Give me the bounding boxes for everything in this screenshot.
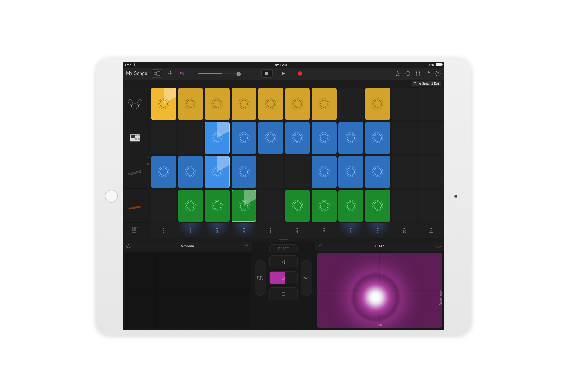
lock-icon[interactable] xyxy=(318,244,323,249)
column-trigger-5[interactable]: 5 xyxy=(257,223,284,238)
track-header-drums[interactable] xyxy=(123,87,147,121)
gate-button[interactable] xyxy=(255,260,266,296)
column-trigger-3[interactable]: 3 xyxy=(204,223,231,238)
loop-cell[interactable] xyxy=(392,156,417,188)
svg-rect-30 xyxy=(138,139,139,140)
column-trigger-8[interactable]: 8 xyxy=(338,223,364,238)
stop-fx-button[interactable] xyxy=(269,287,298,300)
column-trigger-7[interactable]: 7 xyxy=(311,223,338,238)
loop-cell[interactable] xyxy=(178,122,203,154)
mic-button[interactable] xyxy=(165,69,174,78)
loop-cell[interactable] xyxy=(258,156,283,188)
loop-cell[interactable] xyxy=(151,88,176,120)
reset-button[interactable]: RESET xyxy=(269,244,298,253)
loop-cell[interactable] xyxy=(232,88,257,120)
loop-cell[interactable] xyxy=(312,156,337,188)
loop-cell[interactable] xyxy=(285,156,310,188)
microphone-icon xyxy=(168,71,172,76)
loop-cell[interactable] xyxy=(365,156,390,188)
scratch-button[interactable] xyxy=(269,271,298,284)
track-header-keys[interactable] xyxy=(123,155,147,189)
loop-cell[interactable] xyxy=(312,88,337,120)
loop-cell[interactable] xyxy=(418,156,444,188)
fx-right-title: Filter xyxy=(375,244,384,248)
svg-point-44 xyxy=(294,100,301,107)
cycle-icon[interactable] xyxy=(436,244,441,249)
settings-button[interactable] xyxy=(425,70,431,76)
fx-left-pad: Wobble xyxy=(123,242,252,330)
column-trigger-6[interactable]: 6 xyxy=(284,223,311,238)
column-trigger-10[interactable]: 10 xyxy=(391,223,418,238)
loop-cell[interactable] xyxy=(258,122,283,154)
loop-cell[interactable] xyxy=(285,190,310,222)
loop-cell[interactable] xyxy=(338,122,364,154)
browser-button[interactable] xyxy=(152,69,162,78)
loop-cell[interactable] xyxy=(232,156,257,188)
loop-cell[interactable] xyxy=(178,88,203,120)
column-trigger-11[interactable]: 11 xyxy=(418,223,444,238)
loop-cell[interactable] xyxy=(392,122,417,154)
loop-cell[interactable] xyxy=(151,190,176,222)
loop-cell[interactable] xyxy=(205,190,230,222)
loop-cell[interactable] xyxy=(338,190,364,222)
loop-cell[interactable] xyxy=(205,122,230,154)
my-songs-button[interactable]: My Songs xyxy=(126,71,147,76)
track-header-synth[interactable] xyxy=(123,189,147,223)
loop-cell[interactable] xyxy=(418,88,444,120)
filter-xy-pad[interactable]: Cutoff Resonance xyxy=(317,253,442,328)
help-button[interactable]: ? xyxy=(435,70,441,76)
mixer-button[interactable] xyxy=(415,70,421,76)
loop-cell[interactable] xyxy=(232,190,257,222)
column-trigger-1[interactable]: 1 xyxy=(150,223,177,238)
column-trigger-2[interactable]: 2 xyxy=(177,223,204,238)
play-icon xyxy=(282,71,285,76)
track-header-sampler[interactable] xyxy=(123,121,147,155)
loop-cell[interactable] xyxy=(418,190,444,222)
metronome-button[interactable] xyxy=(395,70,401,76)
play-button[interactable] xyxy=(278,69,289,78)
fx-button[interactable]: FX xyxy=(177,69,186,78)
loop-cell[interactable] xyxy=(258,88,283,120)
fx-drag-handle[interactable] xyxy=(123,238,444,242)
loop-cell[interactable] xyxy=(418,122,444,154)
transport-controls xyxy=(261,69,306,78)
loop-cell[interactable] xyxy=(151,122,176,154)
loop-cell[interactable] xyxy=(338,88,364,120)
loop-cell[interactable] xyxy=(392,190,417,222)
loop-cell[interactable] xyxy=(178,190,203,222)
loop-cell[interactable] xyxy=(338,156,364,188)
loop-cell[interactable] xyxy=(312,122,337,154)
loop-cell[interactable] xyxy=(392,88,417,120)
loop-cell[interactable] xyxy=(285,88,310,120)
loop-cell[interactable] xyxy=(258,190,283,222)
loop-cell[interactable] xyxy=(151,156,176,188)
lock-icon[interactable] xyxy=(244,244,249,249)
sine-button[interactable] xyxy=(301,260,312,296)
loop-cell[interactable] xyxy=(178,156,203,188)
loop-cell[interactable] xyxy=(365,122,390,154)
column-trigger-9[interactable]: 9 xyxy=(364,223,391,238)
column-trigger-4[interactable]: 4 xyxy=(231,223,258,238)
loop-cell[interactable] xyxy=(365,88,390,120)
loop-cell[interactable] xyxy=(205,156,230,188)
loop-button[interactable] xyxy=(405,70,411,76)
loop-cell[interactable] xyxy=(312,190,337,222)
reverse-button[interactable] xyxy=(269,255,298,268)
svg-point-4 xyxy=(416,72,417,73)
record-button[interactable] xyxy=(294,69,306,78)
grid-resize-handle[interactable] xyxy=(147,87,150,238)
loop-cell[interactable] xyxy=(205,88,230,120)
stop-button[interactable] xyxy=(261,69,273,78)
wobble-xy-pad[interactable] xyxy=(125,253,250,328)
svg-rect-18 xyxy=(138,135,139,136)
cycle-icon[interactable] xyxy=(126,244,131,249)
loop-cell[interactable] xyxy=(365,190,390,222)
svg-rect-28 xyxy=(135,139,136,140)
timesnap-chip[interactable]: Time Snap: 1 Bar xyxy=(412,81,441,86)
home-button[interactable] xyxy=(105,190,118,203)
edit-grid-button[interactable] xyxy=(123,223,147,238)
loop-cell[interactable] xyxy=(232,122,257,154)
loop-cell[interactable] xyxy=(285,122,310,154)
volume-slider[interactable] xyxy=(198,73,239,74)
svg-rect-16 xyxy=(135,135,136,136)
